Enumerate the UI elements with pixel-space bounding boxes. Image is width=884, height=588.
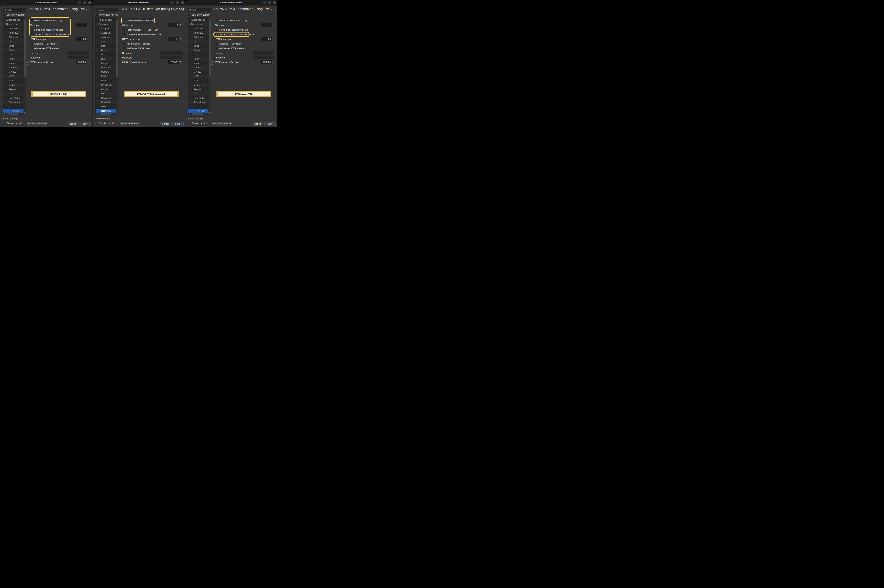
- sidebar-item-audio-codecs[interactable]: ▸Audio codecs: [96, 18, 118, 22]
- scroll-up-icon[interactable]: ▲: [209, 18, 211, 20]
- sidebar-item-h264[interactable]: H264: [188, 57, 211, 61]
- sidebar-item-audio-es[interactable]: Audio ES: [96, 31, 118, 35]
- sidebar-item-avi[interactable]: AVI: [188, 39, 211, 44]
- horizontal-scrollbar-thumb[interactable]: [100, 113, 111, 115]
- sidebar-item-raw-audio[interactable]: Raw Audio: [3, 96, 26, 100]
- sidebar-item-image[interactable]: Image: [3, 61, 26, 65]
- sidebar-item-demuxers[interactable]: ▾Demuxers: [96, 22, 118, 27]
- sidebar-item-raw-video[interactable]: Raw Video: [3, 100, 26, 104]
- titlebar[interactable]: Advanced Preferences – □ ✕: [185, 0, 277, 6]
- chevron-down-icon[interactable]: ▾: [96, 23, 98, 25]
- splitter-handle[interactable]: [27, 60, 28, 64]
- sidebar-item-dv[interactable]: DV: [188, 52, 211, 57]
- sidebar-item-dirac[interactable]: Dirac: [3, 44, 26, 48]
- vertical-scrollbar-thumb[interactable]: [116, 20, 118, 77]
- sidebar-item-audio-es[interactable]: Audio ES: [188, 31, 211, 35]
- reset-preferences-button[interactable]: Reset Preferences: [119, 122, 140, 126]
- wmserver-dialect-checkbox[interactable]: [215, 47, 218, 50]
- spin-up-icon[interactable]: ▲: [87, 37, 89, 39]
- password-field[interactable]: [161, 56, 182, 59]
- category-tree[interactable]: ▸Audio codecs▾DemuxersAdaptiveAudio ESAv…: [188, 17, 211, 115]
- sidebar-item-matroska[interactable]: Matroska: [96, 65, 118, 70]
- titlebar[interactable]: Advanced Preferences – □ ✕: [92, 0, 185, 6]
- radio-all[interactable]: [200, 122, 203, 124]
- sidebar-item-demuxers[interactable]: ▾Demuxers: [3, 22, 26, 27]
- titlebar[interactable]: Advanced Preferences – □ ✕: [0, 0, 92, 6]
- close-button[interactable]: ✕: [181, 1, 184, 4]
- sidebar-item-dv[interactable]: DV: [3, 52, 26, 57]
- sidebar-item-mpeg-ts[interactable]: MPEG-TS: [96, 82, 118, 87]
- sidebar-item-adaptive[interactable]: Adaptive: [96, 26, 118, 31]
- sidebar-item-playlist[interactable]: Playlist: [96, 87, 118, 92]
- category-tree[interactable]: ▸Audio codecs▾DemuxersAdaptiveAudio ESAv…: [95, 17, 119, 115]
- sidebar-item-mp4[interactable]: MP4: [3, 78, 26, 83]
- sidebar-item-raw-video[interactable]: Raw Video: [96, 100, 118, 104]
- scroll-right-icon[interactable]: ▶: [116, 112, 118, 115]
- scroll-left-icon[interactable]: ◀: [96, 112, 98, 115]
- sidebar-item-dv[interactable]: DV: [96, 52, 118, 57]
- sidebar-item-ps[interactable]: PS: [3, 92, 26, 96]
- vertical-scrollbar-thumb[interactable]: [209, 20, 210, 77]
- sidebar-item-avformat[interactable]: Avformat: [96, 35, 118, 39]
- scroll-up-icon[interactable]: ▲: [116, 18, 118, 20]
- save-button[interactable]: Save: [79, 122, 91, 126]
- sidebar-item-mpeg-ts[interactable]: MPEG-TS: [188, 82, 211, 87]
- sidebar-item-rtp[interactable]: RTP: [188, 104, 211, 109]
- radio-simple[interactable]: [3, 122, 5, 124]
- category-tree[interactable]: ▸Audio codecs▾DemuxersAdaptiveAudio ESAv…: [3, 17, 26, 115]
- reset-preferences-button[interactable]: Reset Preferences: [212, 122, 233, 126]
- spin-up-icon[interactable]: ▲: [272, 23, 274, 25]
- client-port-spinbox[interactable]: -1 ▲ ▼: [168, 23, 182, 27]
- spin-up-icon[interactable]: ▲: [272, 60, 274, 62]
- horizontal-scrollbar-thumb[interactable]: [192, 113, 203, 115]
- username-field[interactable]: [161, 51, 182, 55]
- use-rtp-over-rtsp-checkbox[interactable]: [215, 19, 218, 21]
- tree-horizontal-scrollbar[interactable]: ◀ ▶: [3, 112, 26, 115]
- tunnel-rtsp-http-checkbox[interactable]: [123, 33, 125, 36]
- sidebar-item-dump[interactable]: Dump: [3, 48, 26, 52]
- save-button[interactable]: Save: [264, 122, 276, 126]
- minimize-button[interactable]: –: [170, 1, 174, 4]
- spin-up-icon[interactable]: ▲: [179, 60, 182, 62]
- http-tunnel-port-spinbox[interactable]: 80 ▲ ▼: [168, 37, 182, 41]
- tree-horizontal-scrollbar[interactable]: ◀ ▶: [96, 112, 118, 115]
- scroll-left-icon[interactable]: ◀: [3, 112, 6, 115]
- search-input[interactable]: [188, 8, 211, 12]
- rtsp-frame-buffer-spinbox[interactable]: 250000 ▲ ▼: [76, 60, 89, 64]
- sidebar-item-demuxers[interactable]: ▾Demuxers: [188, 22, 211, 27]
- minimize-button[interactable]: –: [263, 1, 266, 4]
- radio-simple[interactable]: [95, 122, 98, 124]
- force-multicast-checkbox[interactable]: [215, 28, 218, 31]
- cancel-button[interactable]: Cancel: [68, 122, 78, 126]
- sidebar-item-mjpeg[interactable]: MJPEG: [96, 70, 118, 74]
- sidebar-item-h264[interactable]: H264: [3, 57, 26, 61]
- sidebar-item-mod[interactable]: MOD: [188, 74, 211, 78]
- spin-up-icon[interactable]: ▲: [272, 37, 274, 39]
- sidebar-item-dirac[interactable]: Dirac: [188, 44, 211, 48]
- username-field[interactable]: [68, 51, 89, 55]
- sidebar-item-avi[interactable]: AVI: [96, 39, 118, 44]
- username-field[interactable]: [253, 51, 274, 55]
- sidebar-item-raw-audio[interactable]: Raw Audio: [96, 96, 118, 100]
- sidebar-item-audio-es[interactable]: Audio ES: [3, 31, 26, 35]
- tree-vertical-scrollbar[interactable]: ▲ ▼: [24, 18, 26, 114]
- sidebar-item-mp4[interactable]: MP4: [96, 78, 118, 83]
- radio-all[interactable]: [108, 122, 110, 124]
- sidebar-item-h264[interactable]: H264: [96, 57, 118, 61]
- spin-down-icon[interactable]: ▼: [179, 25, 182, 27]
- maximize-button[interactable]: □: [176, 1, 179, 4]
- chevron-down-icon[interactable]: ▾: [4, 23, 6, 25]
- tree-vertical-scrollbar[interactable]: ▲ ▼: [116, 18, 118, 114]
- sidebar-item-playlist[interactable]: Playlist: [188, 87, 211, 92]
- search-input[interactable]: [3, 8, 26, 12]
- http-tunnel-port-spinbox[interactable]: 80 ▲ ▼: [261, 37, 274, 41]
- spin-down-icon[interactable]: ▼: [87, 39, 89, 41]
- chevron-right-icon[interactable]: ▸: [189, 19, 191, 21]
- http-tunnel-port-spinbox[interactable]: 80 ▲ ▼: [76, 37, 89, 41]
- sidebar-item-ps[interactable]: PS: [188, 92, 211, 96]
- sidebar-item-raw-audio[interactable]: Raw Audio: [188, 96, 211, 100]
- force-multicast-checkbox[interactable]: [30, 28, 33, 31]
- sidebar-item-image[interactable]: Image: [188, 61, 211, 65]
- only-show-current-checkbox[interactable]: [188, 14, 190, 16]
- tree-vertical-scrollbar[interactable]: ▲ ▼: [209, 18, 211, 114]
